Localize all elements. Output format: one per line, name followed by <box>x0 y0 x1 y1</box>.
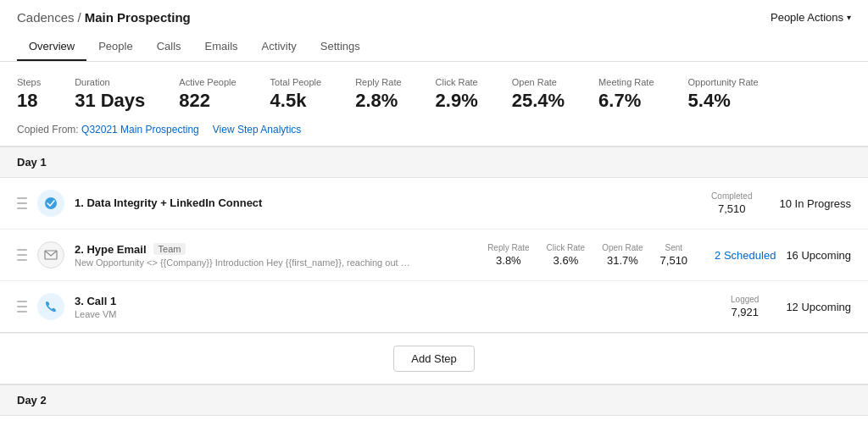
step-icon-call <box>37 293 64 320</box>
step-3-completed-value: 7,921 <box>731 306 759 318</box>
step-2-name: 2. Hype Email <box>75 243 147 256</box>
stat-meeting-rate-label: Meeting Rate <box>598 77 654 87</box>
step-3-upcoming: 12 Upcoming <box>786 301 851 313</box>
step-2-scheduled: 2 Scheduled <box>715 249 776 262</box>
stat-steps-value: 18 <box>17 90 41 112</box>
step-icon-email <box>37 241 64 268</box>
step-3-name-row: 3. Call 1 <box>75 295 721 307</box>
stat-meeting-rate: Meeting Rate 6.7% <box>598 77 654 112</box>
stat-duration-value: 31 Days <box>75 90 145 112</box>
stat-active-people-label: Active People <box>179 77 236 87</box>
tab-people[interactable]: People <box>86 33 144 61</box>
chevron-down-icon: ▾ <box>847 13 851 22</box>
step-2-info: 2. Hype Email Team New Opportunity <> {{… <box>75 243 477 268</box>
app-header: Cadences / Main Prospecting People Actio… <box>0 0 868 62</box>
step-2-open-rate: Open Rate 31.7% <box>602 243 643 267</box>
stat-click-rate-label: Click Rate <box>436 77 478 87</box>
people-actions-button[interactable]: People Actions ▾ <box>771 11 851 24</box>
tab-bar: Overview People Calls Emails Activity Se… <box>17 33 851 61</box>
stat-meeting-rate-value: 6.7% <box>598 90 654 112</box>
step-2-description: New Opportunity <> {{Company}} Introduct… <box>75 257 414 268</box>
step-1-completed: Completed 7,510 <box>711 191 752 215</box>
table-row: 2. Hype Email Team New Opportunity <> {{… <box>0 230 868 281</box>
drag-handle[interactable] <box>17 300 27 313</box>
stat-open-rate: Open Rate 25.4% <box>512 77 565 112</box>
email-icon <box>44 248 58 262</box>
step-2-sent: Sent 7,510 <box>660 243 688 267</box>
stats-row: Steps 18 Duration 31 Days Active People … <box>17 77 851 112</box>
stat-total-people-label: Total People <box>270 77 322 87</box>
copied-from-label: Copied From: Q32021 Main Prospecting <box>17 124 199 136</box>
main-content: Day 1 1. Data Integrity + LinkedIn Conne… <box>0 147 868 426</box>
step-3-completed: Logged 7,921 <box>731 295 759 318</box>
step-3-name: 3. Call 1 <box>75 295 116 307</box>
step-icon-check <box>37 190 64 217</box>
add-step-row: Add Step <box>0 333 868 385</box>
day-2-steps: 4. Call 2 Logged 10 Upcoming <box>0 416 868 426</box>
stat-total-people-value: 4.5k <box>270 90 322 112</box>
stat-opportunity-rate: Opportunity Rate 5.4% <box>688 77 759 112</box>
breadcrumb-current: Main Prospecting <box>85 10 191 25</box>
step-1-status: 10 In Progress <box>779 197 851 210</box>
step-1-in-progress: 10 In Progress <box>779 197 851 210</box>
step-2-tag: Team <box>153 243 186 255</box>
stat-duration-label: Duration <box>75 77 145 87</box>
step-3-completed-label: Logged <box>731 295 759 304</box>
breadcrumb-left: Cadences / Main Prospecting <box>17 10 191 25</box>
drag-handle[interactable] <box>17 248 27 262</box>
stat-open-rate-label: Open Rate <box>512 77 565 87</box>
svg-point-0 <box>45 197 57 209</box>
step-1-name-row: 1. Data Integrity + LinkedIn Connect <box>75 196 701 209</box>
step-3-status: 12 Upcoming <box>786 301 851 313</box>
table-row: 3. Call 1 Leave VM Logged 7,921 12 Upcom… <box>0 281 868 332</box>
tab-activity[interactable]: Activity <box>250 33 309 61</box>
breadcrumb-parent[interactable]: Cadences <box>17 10 75 25</box>
stat-steps-label: Steps <box>17 77 41 87</box>
stat-reply-rate-value: 2.8% <box>355 90 401 112</box>
drag-handle[interactable] <box>17 196 27 210</box>
tab-calls[interactable]: Calls <box>145 33 193 61</box>
day-1-label: Day 1 <box>0 147 868 178</box>
step-2-metrics: Reply Rate 3.8% Click Rate 3.6% Open Rat… <box>487 243 687 267</box>
people-actions-label: People Actions <box>771 11 843 24</box>
day-2-label: Day 2 <box>0 385 868 416</box>
step-2-name-row: 2. Hype Email Team <box>75 243 477 256</box>
stat-open-rate-value: 25.4% <box>512 90 565 112</box>
step-1-completed-value: 7,510 <box>718 202 746 215</box>
stat-opportunity-rate-label: Opportunity Rate <box>688 77 759 87</box>
step-2-reply-rate: Reply Rate 3.8% <box>487 243 529 267</box>
day-1-steps: 1. Data Integrity + LinkedIn Connect Com… <box>0 178 868 333</box>
table-row: 1. Data Integrity + LinkedIn Connect Com… <box>0 178 868 230</box>
step-2-click-rate: Click Rate 3.6% <box>547 243 586 267</box>
step-3-info: 3. Call 1 Leave VM <box>75 295 721 319</box>
stat-active-people-value: 822 <box>179 90 236 112</box>
step-2-status: 2 Scheduled 16 Upcoming <box>715 249 851 262</box>
stat-active-people: Active People 822 <box>179 77 236 112</box>
breadcrumb-separator: / <box>78 10 81 25</box>
table-row: 4. Call 2 Logged 10 Upcoming <box>0 416 868 426</box>
stat-reply-rate-label: Reply Rate <box>355 77 401 87</box>
stat-steps: Steps 18 <box>17 77 41 112</box>
copied-from-link[interactable]: Q32021 Main Prospecting <box>81 124 199 136</box>
view-step-analytics-link[interactable]: View Step Analytics <box>213 124 302 136</box>
check-circle-icon <box>44 196 58 210</box>
stat-reply-rate: Reply Rate 2.8% <box>355 77 401 112</box>
step-1-name: 1. Data Integrity + LinkedIn Connect <box>75 196 262 209</box>
step-1-completed-label: Completed <box>711 191 752 201</box>
stat-opportunity-rate-value: 5.4% <box>688 90 759 112</box>
tab-overview[interactable]: Overview <box>17 33 86 61</box>
tab-settings[interactable]: Settings <box>309 33 372 61</box>
stat-total-people: Total People 4.5k <box>270 77 322 112</box>
stat-duration: Duration 31 Days <box>75 77 145 112</box>
add-step-button[interactable]: Add Step <box>393 346 475 372</box>
stat-click-rate: Click Rate 2.9% <box>436 77 478 112</box>
copied-from-row: Copied From: Q32021 Main Prospecting Vie… <box>17 124 851 136</box>
step-1-info: 1. Data Integrity + LinkedIn Connect <box>75 196 701 211</box>
tab-emails[interactable]: Emails <box>193 33 250 61</box>
stats-section: Steps 18 Duration 31 Days Active People … <box>0 62 868 147</box>
phone-icon <box>44 300 58 313</box>
step-2-upcoming: 16 Upcoming <box>786 249 851 262</box>
breadcrumb: Cadences / Main Prospecting People Actio… <box>17 10 851 25</box>
step-3-description: Leave VM <box>75 309 414 319</box>
stat-click-rate-value: 2.9% <box>436 90 478 112</box>
